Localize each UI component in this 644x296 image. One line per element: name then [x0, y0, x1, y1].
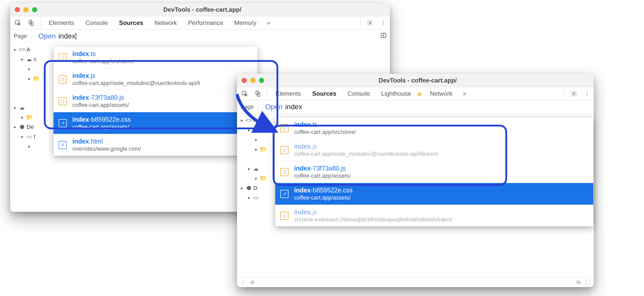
window-title: DevTools - coffee-cart.app/: [37, 6, 367, 13]
warning-icon: [417, 91, 422, 96]
result-path: coffee-cart.app/assets/: [294, 173, 351, 179]
maximize-button[interactable]: [32, 7, 37, 12]
command-menu-row: Page Open index: [237, 100, 594, 114]
tree-row[interactable]: ▸☁c: [10, 54, 56, 64]
traffic-lights: [15, 7, 37, 12]
css-file-icon: ↗: [280, 190, 288, 198]
result-path: coffee-cart.app/assets/: [294, 194, 352, 201]
pane-toggle-icon[interactable]: [380, 32, 387, 40]
tab-console[interactable]: Console: [342, 87, 376, 100]
window-title: DevTools - coffee-cart.app/: [264, 77, 571, 84]
tab-memory[interactable]: Memory: [229, 16, 262, 30]
minimize-button[interactable]: [250, 78, 255, 83]
tab-network[interactable]: Network: [424, 87, 458, 100]
devtools-toolbar: Elements Console Sources Network Perform…: [10, 16, 390, 30]
open-file-result[interactable]: ⟨⟩index.tscoffee-cart.app/src/store/: [54, 47, 257, 68]
device-toggle-icon[interactable]: [251, 87, 265, 100]
tab-sources[interactable]: Sources: [113, 16, 149, 30]
js-file-icon: ⟨⟩: [280, 124, 288, 132]
result-path: overrides/www.google.com/: [72, 146, 141, 152]
tab-sources[interactable]: Sources: [307, 87, 342, 100]
maximize-button[interactable]: [259, 78, 264, 83]
svg-rect-5: [242, 91, 246, 95]
traffic-lights: [242, 78, 264, 83]
tab-console[interactable]: Console: [80, 16, 113, 30]
svg-rect-9: [419, 94, 420, 95]
inspect-icon[interactable]: [238, 87, 251, 100]
result-filename: index.js: [294, 143, 439, 150]
tab-lighthouse[interactable]: Lighthouse: [376, 87, 417, 100]
console-toggle-icon[interactable]: ⋮: [241, 279, 246, 285]
command-menu-row: Page Open index: [10, 30, 390, 43]
result-filename: index-73f73a80.js: [72, 94, 129, 101]
result-path: coffee-cart.app/node_modules/@vue/devtoo…: [72, 80, 200, 87]
open-file-result[interactable]: ⟨⟩index.jscoffee-cart.app/node_modules/@…: [54, 68, 257, 90]
tree-row[interactable]: [10, 83, 56, 93]
open-file-result[interactable]: ≡index.htmloverrides/www.google.com/: [54, 134, 257, 156]
js-file-icon: ⟨⟩: [280, 168, 288, 176]
result-filename: index-b859522e.css: [294, 187, 352, 194]
tab-network[interactable]: Network: [149, 16, 182, 30]
tree-row[interactable]: ▸: [10, 142, 56, 151]
tree-row[interactable]: ▸📁: [10, 112, 56, 122]
js-file-icon: ⟨⟩: [280, 212, 288, 220]
file-tree: ▸<>A▸☁c▸▸📁▸☁▸📁▸⬢De▸▭t▸: [10, 43, 56, 151]
command-menu-input[interactable]: index: [58, 32, 76, 40]
result-path: coffee-cart.app/assets/: [72, 124, 131, 130]
kebab-menu-icon[interactable]: ⋮: [581, 87, 594, 100]
more-tabs-icon[interactable]: »: [458, 87, 471, 100]
open-file-result[interactable]: ⟨⟩index.jscoffee-cart.app/node_modules/@…: [275, 139, 593, 161]
close-button[interactable]: [15, 7, 20, 12]
js-file-icon: ⟨⟩: [59, 53, 67, 62]
tree-row[interactable]: ▸▭t: [10, 132, 56, 142]
tree-row[interactable]: ▸: [10, 64, 56, 74]
tab-elements[interactable]: Elements: [270, 87, 307, 100]
result-filename: index-b859522e.css: [72, 116, 131, 123]
tab-elements[interactable]: Elements: [43, 16, 80, 30]
gear-icon[interactable]: [363, 16, 377, 30]
status-bar: ⋮ ⊘ /a ⛶: [237, 277, 594, 287]
result-path: coffee-cart.app/src/store/: [294, 129, 356, 135]
svg-point-3: [369, 22, 371, 24]
tab-performance[interactable]: Performance: [182, 16, 229, 30]
titlebar: DevTools - coffee-cart.app/: [237, 74, 594, 87]
minimize-button[interactable]: [23, 7, 29, 12]
js-file-icon: ⟨⟩: [59, 75, 67, 83]
tree-row[interactable]: ▸<>A: [10, 45, 56, 54]
open-file-result[interactable]: ⟨⟩index.tscoffee-cart.app/src/store/: [275, 117, 593, 139]
command-menu-input[interactable]: index: [285, 103, 302, 111]
inspect-icon[interactable]: [11, 16, 24, 30]
open-file-dropdown: ⟨⟩index.tscoffee-cart.app/src/store/⟨⟩in…: [275, 117, 593, 227]
tree-row[interactable]: [10, 93, 56, 103]
result-filename: index.js: [294, 208, 452, 216]
result-filename: index.html: [72, 138, 141, 145]
close-button[interactable]: [242, 78, 247, 83]
open-file-result[interactable]: ↗index-b859522e.csscoffee-cart.app/asset…: [275, 183, 593, 205]
tree-row[interactable]: ▸⬢De: [10, 122, 56, 132]
kebab-menu-icon[interactable]: ⋮: [377, 16, 390, 30]
titlebar: DevTools - coffee-cart.app/: [10, 3, 390, 16]
device-toggle-icon[interactable]: [24, 16, 38, 30]
result-path: coffee-cart.app/src/store/: [72, 58, 134, 65]
issues-icon[interactable]: ⊘: [250, 279, 255, 285]
tree-row[interactable]: ▸📁: [10, 74, 56, 83]
open-file-result[interactable]: ⟨⟩index-73f73a80.jscoffee-cart.app/asset…: [275, 161, 593, 183]
js-file-icon: ⟨⟩: [59, 97, 67, 105]
devtools-window-2: DevTools - coffee-cart.app/ Elements Sou…: [237, 74, 594, 287]
gear-icon[interactable]: [567, 87, 581, 100]
status-text: /a: [576, 279, 581, 285]
open-file-result[interactable]: ↗index-b859522e.csscoffee-cart.app/asset…: [54, 112, 257, 134]
more-tabs-icon[interactable]: »: [262, 16, 275, 30]
result-filename: index.js: [72, 72, 200, 79]
result-path: chrome-extension://eimadpbcbfnmbkopoojfe…: [294, 216, 452, 223]
page-tab[interactable]: Page: [237, 100, 258, 114]
open-file-result[interactable]: ⟨⟩index.jschrome-extension://eimadpbcbfn…: [275, 205, 593, 227]
fullscreen-icon[interactable]: ⛶: [585, 279, 590, 285]
js-file-icon: ⟨⟩: [280, 146, 288, 154]
css-file-icon: ↗: [59, 119, 67, 127]
tree-row[interactable]: ▸☁: [10, 103, 56, 112]
open-label: Open: [32, 32, 56, 40]
svg-rect-8: [419, 93, 420, 94]
page-tab[interactable]: Page: [10, 30, 32, 43]
open-file-result[interactable]: ⟨⟩index-73f73a80.jscoffee-cart.app/asset…: [54, 90, 257, 112]
